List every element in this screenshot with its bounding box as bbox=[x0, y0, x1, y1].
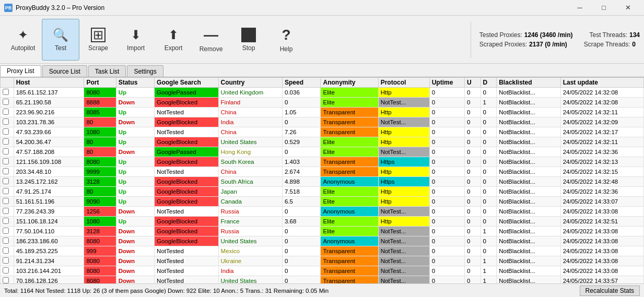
help-button[interactable]: ? Help bbox=[267, 19, 305, 61]
row-checkbox[interactable] bbox=[1, 227, 14, 236]
row-checkbox[interactable] bbox=[1, 98, 14, 108]
table-row[interactable]: 54.200.36.47 80 Up GoogleBlocked United … bbox=[1, 137, 644, 147]
tab-source-list[interactable]: Source List bbox=[42, 65, 87, 77]
row-checkbox[interactable] bbox=[1, 246, 14, 256]
row-speed: 0.529 bbox=[283, 137, 321, 147]
table-row[interactable]: 13.245.172.162 3128 Up GoogleBlocked Sou… bbox=[1, 177, 644, 187]
col-header-status[interactable]: Status bbox=[116, 78, 154, 88]
remove-icon: — bbox=[204, 27, 218, 43]
row-checkbox[interactable] bbox=[1, 127, 14, 137]
proxy-table-scroll[interactable]: Host Port Status Google Search Country S… bbox=[0, 77, 644, 283]
row-d: 0 bbox=[481, 187, 497, 197]
table-row[interactable]: 51.161.51.196 9090 Up GoogleBlocked Cana… bbox=[1, 197, 644, 207]
col-header-u[interactable]: U bbox=[464, 78, 481, 88]
row-uptime: 0 bbox=[429, 227, 464, 236]
row-status: Down bbox=[116, 207, 154, 217]
col-header-proto[interactable]: Protocol bbox=[378, 78, 429, 88]
row-checkbox[interactable] bbox=[1, 177, 14, 187]
tab-task-list[interactable]: Task List bbox=[88, 65, 126, 77]
table-row[interactable]: 45.189.253.225 999 Down NotTested Mexico… bbox=[1, 246, 644, 256]
table-row[interactable]: 47.91.25.174 80 Up GoogleBlocked Japan 7… bbox=[1, 187, 644, 197]
row-checkbox[interactable] bbox=[1, 157, 14, 167]
row-checkbox[interactable] bbox=[1, 108, 14, 117]
autopilot-button[interactable]: ✦ Autopilot bbox=[4, 19, 42, 61]
row-host: 186.233.186.60 bbox=[14, 236, 84, 246]
export-button[interactable]: ⬆ Export bbox=[155, 19, 192, 61]
scrape-button[interactable]: ⊞ Scrape bbox=[79, 19, 117, 61]
row-proto: NotTest... bbox=[378, 276, 429, 284]
col-header-blacklist[interactable]: Blacklisted bbox=[497, 78, 560, 88]
row-speed: 7.26 bbox=[283, 127, 321, 137]
row-checkbox[interactable] bbox=[1, 147, 14, 157]
row-country: China bbox=[218, 167, 282, 177]
row-anon: Transparent bbox=[321, 108, 378, 117]
row-anon: Anonymous bbox=[321, 207, 378, 217]
col-header-speed[interactable]: Speed bbox=[283, 78, 321, 88]
scrape-threads-label: Scrape Threads: bbox=[584, 41, 630, 48]
row-status: Up bbox=[116, 217, 154, 227]
table-row[interactable]: 77.236.243.39 1256 Down NotTested Russia… bbox=[1, 207, 644, 217]
row-checkbox[interactable] bbox=[1, 266, 14, 276]
row-checkbox[interactable] bbox=[1, 88, 14, 98]
row-checkbox[interactable] bbox=[1, 197, 14, 207]
col-header-d[interactable]: D bbox=[481, 78, 497, 88]
row-lastupdate: 24/05/2022 14:33:08 bbox=[560, 207, 643, 217]
col-header-anon[interactable]: Anonymity bbox=[321, 78, 378, 88]
row-google: GoogleBlocked bbox=[155, 227, 218, 236]
table-row[interactable]: 70.186.128.126 8080 Down NotTested Unite… bbox=[1, 276, 644, 284]
col-header-check bbox=[1, 78, 14, 88]
row-blacklist: NotBlacklist... bbox=[497, 137, 560, 147]
row-checkbox[interactable] bbox=[1, 167, 14, 177]
table-row[interactable]: 91.214.31.234 8080 Down NotTested Ukrain… bbox=[1, 256, 644, 266]
minimize-button[interactable]: ─ bbox=[568, 0, 592, 16]
table-row[interactable]: 223.96.90.216 8085 Up NotTested China 1.… bbox=[1, 108, 644, 117]
table-row[interactable]: 65.21.190.58 8888 Down GoogleBlocked Fin… bbox=[1, 98, 644, 108]
row-host: 223.96.90.216 bbox=[14, 108, 84, 117]
row-proto: NotTest... bbox=[378, 236, 429, 246]
table-row[interactable]: 77.50.104.110 3128 Down GoogleBlocked Ru… bbox=[1, 227, 644, 236]
table-row[interactable]: 151.106.18.124 1080 Up GoogleBlocked Fra… bbox=[1, 217, 644, 227]
row-proto: NotTest... bbox=[378, 266, 429, 276]
col-header-uptime[interactable]: Uptime bbox=[429, 78, 464, 88]
col-header-lastupdate[interactable]: Last update bbox=[560, 78, 643, 88]
col-header-port[interactable]: Port bbox=[84, 78, 116, 88]
import-button[interactable]: ⬇ Import bbox=[117, 19, 155, 61]
stop-button[interactable]: Stop bbox=[230, 19, 267, 61]
table-row[interactable]: 185.61.152.137 8080 Up GooglePassed Unit… bbox=[1, 88, 644, 98]
col-header-country[interactable]: Country bbox=[218, 78, 282, 88]
row-checkbox[interactable] bbox=[1, 137, 14, 147]
row-country: Finland bbox=[218, 98, 282, 108]
row-checkbox[interactable] bbox=[1, 217, 14, 227]
table-row[interactable]: 186.233.186.60 8080 Down GoogleBlocked U… bbox=[1, 236, 644, 246]
remove-button[interactable]: — Remove bbox=[192, 19, 230, 61]
table-row[interactable]: 203.34.48.10 9999 Up NotTested China 2.6… bbox=[1, 167, 644, 177]
row-checkbox[interactable] bbox=[1, 207, 14, 217]
table-row[interactable]: 103.216.144.201 8080 Down NotTested Indi… bbox=[1, 266, 644, 276]
close-button[interactable]: ✕ bbox=[616, 0, 640, 16]
row-checkbox[interactable] bbox=[1, 187, 14, 197]
tab-proxy-list[interactable]: Proxy List bbox=[0, 65, 41, 77]
row-host: 47.93.239.66 bbox=[14, 127, 84, 137]
maximize-button[interactable]: □ bbox=[592, 0, 616, 16]
table-row[interactable]: 47.57.188.208 80 Down GooglePassed Hong … bbox=[1, 147, 644, 157]
row-speed: 0 bbox=[283, 117, 321, 127]
row-checkbox[interactable] bbox=[1, 236, 14, 246]
row-anon: Elite bbox=[321, 227, 378, 236]
col-header-host[interactable]: Host bbox=[14, 78, 84, 88]
recalculate-button[interactable]: Recalculate Stats bbox=[580, 286, 640, 296]
row-uptime: 0 bbox=[429, 88, 464, 98]
row-d: 1 bbox=[481, 227, 497, 236]
test-button[interactable]: 🔍 Test bbox=[42, 19, 79, 61]
row-port: 8080 bbox=[84, 276, 116, 284]
col-header-google[interactable]: Google Search bbox=[155, 78, 218, 88]
row-country: Japan bbox=[218, 187, 282, 197]
row-checkbox[interactable] bbox=[1, 256, 14, 266]
row-checkbox[interactable] bbox=[1, 276, 14, 284]
table-row[interactable]: 121.156.109.108 8080 Up GoogleBlocked So… bbox=[1, 157, 644, 167]
table-row[interactable]: 103.231.78.36 80 Down GoogleBlocked Indi… bbox=[1, 117, 644, 127]
row-port: 9090 bbox=[84, 197, 116, 207]
row-u: 0 bbox=[464, 207, 481, 217]
table-row[interactable]: 47.93.239.66 1080 Up NotTested China 7.2… bbox=[1, 127, 644, 137]
tab-settings[interactable]: Settings bbox=[127, 65, 163, 77]
row-checkbox[interactable] bbox=[1, 117, 14, 127]
